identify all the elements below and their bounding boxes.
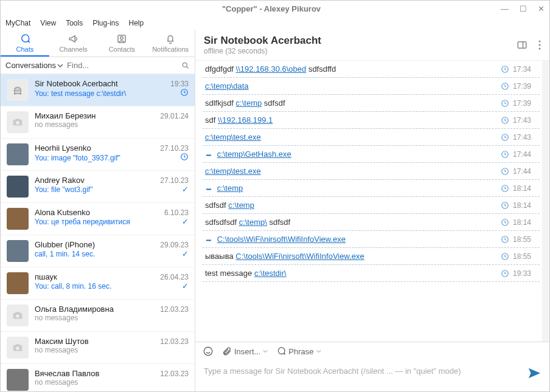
conversations-toggle[interactable]: Conversations [5, 61, 63, 70]
chat-preview: no messages [35, 314, 78, 322]
menu-tools[interactable]: Tools [66, 19, 83, 27]
chat-name: Михаил Березин [35, 111, 96, 120]
maximize-button[interactable]: ☐ [520, 4, 527, 13]
path-link[interactable]: c:\temp\GetHash.exe [217, 150, 291, 159]
chevron-down-icon [263, 349, 268, 354]
message-time: 17:34 [513, 65, 531, 74]
message-row: sdf \\192.168.199.117:43 [203, 111, 540, 129]
avatar [7, 176, 29, 198]
close-button[interactable]: ✕ [538, 4, 545, 13]
conversation-name: Sir Notebook Acerbacht [204, 35, 517, 47]
chat-item[interactable]: Glubber (iPhone)29.09.23call, 1 min. 14 … [1, 235, 195, 267]
path-link[interactable]: \\192.168.30.6\obed [236, 64, 307, 74]
svg-point-10 [539, 44, 541, 46]
chat-item[interactable]: Andrey Rakov27.10.23You: file "wot3.gif"… [1, 171, 195, 203]
path-link[interactable]: \\192.168.199.1 [218, 115, 273, 125]
tabbar: Chats Channels Contacts Notifications [1, 30, 195, 57]
emoji-button[interactable] [203, 346, 214, 357]
message-time: 17:43 [513, 116, 531, 125]
chat-list[interactable]: Sir Notebook Acerbacht19:33You: test mes… [1, 74, 195, 391]
check-icon: ✓ [182, 217, 189, 226]
svg-point-4 [16, 121, 19, 125]
more-icon[interactable] [538, 40, 541, 50]
chat-item[interactable]: Sir Notebook Acerbacht19:33You: test mes… [1, 74, 195, 106]
menu-mychat[interactable]: MyChat [5, 19, 30, 27]
chat-date: 12.03.23 [160, 370, 189, 378]
chat-date: 27.10.23 [160, 144, 189, 153]
clock-icon [501, 218, 509, 227]
clock-icon [180, 88, 189, 97]
message-row: sdfsdf c:\temp18:14 [203, 196, 540, 214]
clock-icon [501, 150, 509, 159]
menu-plugins[interactable]: Plug-ins [92, 19, 119, 27]
scrollbar[interactable] [542, 61, 549, 342]
message-time: 18:55 [513, 252, 531, 261]
chat-name: Ольга Владимировна [35, 304, 114, 314]
path-link[interactable]: C:\tools\WiFi\nirsoft\WifiInfoView.exe [235, 252, 364, 261]
right-pane: Sir Notebook Acerbacht offline (32 secon… [195, 30, 549, 391]
window-title: "Copper" - Alexey Pikurov [42, 4, 501, 13]
left-pane: Chats Channels Contacts Notifications Co [1, 30, 195, 391]
chat-name: Sir Notebook Acerbacht [35, 79, 118, 88]
clock-icon [501, 201, 509, 210]
message-text: c:\temp\test.exe [203, 163, 501, 179]
path-link[interactable]: c:\temp [217, 184, 243, 193]
path-link[interactable]: c:\temp\test.exe [205, 132, 261, 142]
message-text: sdfsdf c:\temp [203, 197, 501, 213]
path-link[interactable]: c:\temp\data [205, 81, 249, 91]
message-input[interactable]: Type a message for Sir Notebook Acerbach… [204, 366, 527, 376]
chat-item[interactable]: Ольга Владимировна12.03.23no messages [1, 300, 195, 332]
menu-view[interactable]: View [40, 19, 56, 27]
chat-item[interactable]: Вячеслав Павлов12.03.23no messages [1, 364, 195, 391]
path-link[interactable]: c:\temp [236, 98, 262, 108]
path-link[interactable]: c:\testdir\ [254, 269, 287, 278]
tab-notifications-label: Notifications [152, 46, 189, 53]
send-button[interactable] [527, 366, 541, 382]
message-time: 17:39 [513, 99, 531, 108]
check-icon: ✓ [182, 281, 189, 291]
svg-point-6 [16, 314, 19, 318]
chat-item[interactable]: Михаил Березин29.01.24no messages [1, 106, 195, 139]
chat-preview: no messages [35, 346, 78, 354]
tab-chats-label: Chats [16, 46, 34, 53]
search-icon[interactable] [181, 61, 190, 70]
tab-channels-label: Channels [59, 46, 87, 53]
menu-help[interactable]: Help [129, 19, 144, 27]
tab-contacts[interactable]: Contacts [98, 30, 147, 57]
insert-button[interactable]: Insert... [222, 346, 268, 356]
chat-name: Glubber (iPhone) [35, 240, 95, 249]
message-text: C:\tools\WiFi\nirsoft\WifiInfoView.exe [203, 231, 501, 247]
avatar [7, 111, 29, 133]
chat-preview: no messages [35, 378, 78, 387]
chat-item[interactable]: Максим Шутов12.03.23no messages [1, 332, 195, 364]
message-row: c:\temp\GetHash.exe17:44 [203, 145, 540, 163]
message-row: dfgdfgdf \\192.168.30.6\obed sdfsdffd17:… [203, 61, 540, 78]
message-time: 17:44 [513, 150, 531, 159]
chat-item[interactable]: Heorhii Lysenko27.10.23You: image "foto_… [1, 139, 195, 171]
chat-preview: no messages [35, 120, 78, 129]
svg-rect-8 [518, 42, 526, 49]
tab-channels[interactable]: Channels [49, 30, 98, 57]
panel-toggle-icon[interactable] [517, 40, 527, 50]
path-link[interactable]: c:\temp [228, 201, 254, 210]
minimize-button[interactable]: — [501, 4, 509, 13]
message-text: dfgdfgdf \\192.168.30.6\obed sdfsdffd [203, 61, 501, 77]
search-input[interactable] [67, 61, 178, 70]
chat-item[interactable]: пшаук26.04.23You: call, 8 min. 16 sec.✓ [1, 267, 195, 300]
tab-chats[interactable]: Chats [1, 30, 49, 57]
path-link[interactable]: c:\temp\test.exe [205, 167, 261, 176]
chat-item[interactable]: Alona Kutsenko6.10.23You: це треба перед… [1, 203, 195, 235]
path-link[interactable]: c:\temp\ [239, 218, 267, 227]
clock-icon [501, 133, 509, 142]
chat-date: 29.01.24 [160, 112, 189, 120]
avatar [7, 240, 29, 262]
chat-name: Andrey Rakov [35, 176, 85, 185]
message-row: sdfsdfsdf c:\temp\ sdfsdf18:14 [203, 213, 540, 231]
bell-icon [164, 33, 176, 44]
phrase-button[interactable]: Phrase [276, 346, 321, 356]
path-link[interactable]: C:\tools\WiFi\nirsoft\WifiInfoView.exe [217, 235, 346, 244]
message-list[interactable]: dfgdfgdf \\192.168.30.6\obed sdfsdffd17:… [195, 61, 542, 342]
smile-icon [203, 346, 214, 357]
clock-icon [501, 65, 509, 74]
tab-notifications[interactable]: Notifications [146, 30, 195, 57]
